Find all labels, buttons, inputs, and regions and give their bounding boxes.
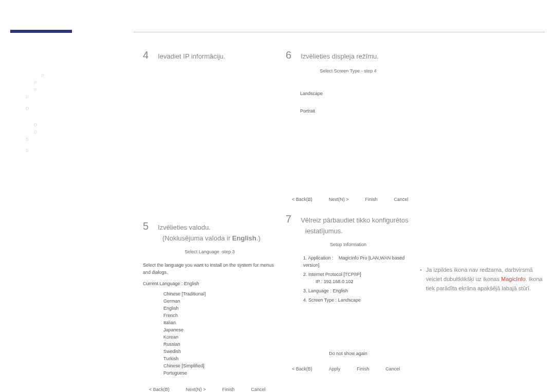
step6-panel-title: Select Screen Type - step 4 xyxy=(286,67,411,74)
screen-type-options: Landscape Portrait xyxy=(300,90,411,115)
step7-note: • Ja izpildes ikona nav redzama, darbvir… xyxy=(420,265,545,293)
sidebar-item: P xyxy=(41,72,134,79)
setup-ip: 2. Internet Protocol [TCP/IP] xyxy=(303,271,411,278)
next-button[interactable]: Next(N) > xyxy=(329,196,349,203)
finish-button[interactable]: Finish xyxy=(365,196,378,203)
language-item[interactable]: Swedish xyxy=(163,348,276,355)
step6-number: 6 xyxy=(286,49,291,61)
column-2: 4 Ievadiet IP informāciju. 5 Izvēlieties… xyxy=(143,41,276,392)
step6-buttons: < Back(B) Next(N) > Finish Cancel xyxy=(286,196,411,203)
setup-screentype: 4. Screen Type : Landscape xyxy=(303,296,411,304)
step5-current-lang: Current Language : English xyxy=(143,280,276,287)
note-line-1: • Ja izpildes ikona nav redzama, darbvir… xyxy=(420,265,545,293)
next-button[interactable]: Next(N) > xyxy=(186,386,206,392)
language-item[interactable]: French xyxy=(163,312,276,319)
step5-number: 5 xyxy=(143,220,149,232)
setup-application: 1. Application : MagicInfo Pro [LAN,WAN … xyxy=(303,254,411,269)
language-item[interactable]: German xyxy=(163,297,276,305)
column-4: • Ja izpildes ikona nav redzama, darbvir… xyxy=(420,41,545,392)
setup-list: 1. Application : MagicInfo Pro [LAN,WAN … xyxy=(303,254,411,304)
top-divider xyxy=(134,32,545,32)
step5-head: 5 Izvēlieties valodu. xyxy=(143,220,276,232)
language-item[interactable]: English xyxy=(163,305,276,312)
step7-title2: iestatījumus. xyxy=(305,227,411,235)
bullet-icon: • xyxy=(420,265,422,293)
language-item[interactable]: Chinese [Simplified] xyxy=(163,362,276,369)
step7-head: 7 Vēlreiz pārbaudiet tikko konfigurētos xyxy=(286,213,411,225)
language-item[interactable]: Korean xyxy=(163,333,276,341)
step5-buttons: < Back(B) Next(N) > Finish Cancel xyxy=(143,386,276,392)
step5-sub-pre: (Noklusējuma valoda ir xyxy=(162,234,232,242)
sidebar-item: B xyxy=(26,136,134,143)
cancel-button[interactable]: Cancel xyxy=(251,386,266,392)
step6-panel: Select Screen Type - step 4 Landscape Po… xyxy=(286,67,411,203)
step5-title: Izvēlieties valodu. xyxy=(158,223,211,231)
step4-number: 4 xyxy=(143,49,149,61)
note-text-1-end: . xyxy=(526,276,527,282)
back-button[interactable]: < Back(B) xyxy=(149,386,170,392)
language-list: Chinese [Traditional] German English Fre… xyxy=(143,290,276,377)
step4-head: 4 Ievadiet IP informāciju. xyxy=(143,49,276,61)
apply-button[interactable]: Apply xyxy=(329,365,341,372)
step7-panel-title: Setup Information xyxy=(286,241,411,248)
back-button[interactable]: < Back(B) xyxy=(292,365,312,372)
sidebar-item: D xyxy=(34,121,134,128)
step5-subtitle: (Noklusējuma valoda ir English.) xyxy=(162,234,276,242)
magicinfo-label: MagicInfo xyxy=(501,276,526,282)
sidebar-item: D xyxy=(34,128,134,136)
language-item[interactable]: Russian xyxy=(163,341,276,348)
step7-title1: Vēlreiz pārbaudiet tikko konfigurētos xyxy=(301,216,409,224)
language-item[interactable]: Japanese xyxy=(163,326,276,333)
step6-title: Izvēlieties displeja režīmu. xyxy=(301,52,379,60)
language-item[interactable]: Portuguese xyxy=(163,369,276,377)
step5-sub-close: .) xyxy=(256,234,261,242)
screen-type-portrait[interactable]: Portrait xyxy=(300,107,411,115)
sidebar-item: P xyxy=(26,94,134,101)
setup-ip-value: IP : 192.168.0.102 xyxy=(316,278,411,285)
language-item[interactable]: Chinese [Traditional] xyxy=(163,290,276,297)
accent-bar xyxy=(10,30,72,33)
page-grid: P P P P D D D B B 4 Ievadiet IP informāc… xyxy=(10,41,545,382)
step4-title: Ievadiet IP informāciju. xyxy=(158,52,225,60)
step6-head: 6 Izvēlieties displeja režīmu. xyxy=(286,49,411,61)
sidebar-item: D xyxy=(26,105,134,112)
language-item[interactable]: Italian xyxy=(163,319,276,326)
screen-type-landscape[interactable]: Landscape xyxy=(300,90,411,97)
step5-hint: Select the language you want to install … xyxy=(143,262,276,276)
setup-language: 3. Language : English xyxy=(303,287,411,294)
column-3: 6 Izvēlieties displeja režīmu. Select Sc… xyxy=(286,41,411,392)
language-item[interactable]: Turkish xyxy=(163,355,276,362)
cancel-button[interactable]: Cancel xyxy=(385,365,400,372)
sidebar-item: P xyxy=(34,86,134,94)
cancel-button[interactable]: Cancel xyxy=(394,196,409,203)
setup-app-label: 1. Application : xyxy=(303,255,334,260)
finish-button[interactable]: Finish xyxy=(223,386,235,392)
sidebar-column: P P P P D D D B B xyxy=(10,41,134,392)
step5-sub-bold: English xyxy=(232,234,256,242)
back-button[interactable]: < Back(B) xyxy=(292,196,312,203)
sidebar-item: P xyxy=(34,79,134,86)
step7-buttons: < Back(B) Apply Finish Cancel xyxy=(286,365,411,372)
sidebar-item: B xyxy=(26,147,134,154)
sidebar-faint-list: P P P P D D D B B xyxy=(10,72,134,154)
do-not-show-again[interactable]: Do not show again xyxy=(286,350,411,357)
finish-button[interactable]: Finish xyxy=(357,365,369,372)
step7-number: 7 xyxy=(286,213,291,225)
step5-panel-title: Select Language -step 3 xyxy=(143,248,276,255)
step7-panel: Setup Information 1. Application : Magic… xyxy=(286,241,411,372)
step5-panel: Select Language -step 3 Select the langu… xyxy=(143,248,276,392)
